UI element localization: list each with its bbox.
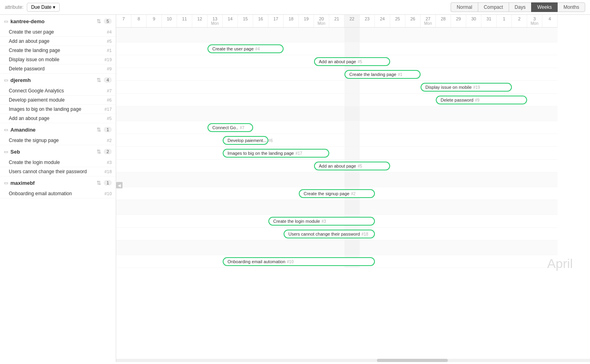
gantt-bar[interactable]: Create the login module#3 [268, 217, 375, 226]
gantt-bar[interactable]: Create the landing page#1 [344, 70, 421, 79]
gantt-bar[interactable]: Display issue on mobile#19 [421, 83, 512, 92]
group-count: 1 [104, 127, 112, 132]
task-name: Create the signup page [9, 138, 107, 143]
day-num: 4 [542, 16, 557, 21]
gantt-area[interactable]: 78910111213Mon14151617181920Mon212223242… [116, 15, 590, 362]
view-buttons: NormalCompactDaysWeeksMonths [451, 2, 585, 12]
gantt-col-header: 17 [268, 15, 284, 27]
col-bg [421, 94, 436, 106]
task-row[interactable]: Create the landing page #1 [0, 46, 116, 55]
col-bg [421, 240, 436, 255]
group-header-amandine[interactable]: ▭ Amandine ⇅ 1 [0, 123, 116, 136]
gantt-col-header: 18 [284, 15, 299, 27]
day-num: 21 [329, 16, 344, 21]
day-num: 24 [375, 16, 390, 21]
col-bg [527, 106, 542, 121]
gantt-bar[interactable]: Create the user page#4 [207, 44, 284, 53]
col-bg [421, 28, 436, 42]
gantt-bar[interactable]: Connect Go..#7 [207, 123, 253, 132]
col-bg [527, 81, 542, 93]
gantt-bar[interactable]: Delete password#9 [436, 96, 527, 104]
task-id: #6 [107, 98, 112, 102]
sort-icon[interactable]: ⇅ [97, 77, 101, 83]
due-date-button[interactable]: Due Date ▾ [27, 3, 60, 12]
task-name: Users cannot change their password [9, 169, 105, 174]
task-id: #5 [107, 116, 112, 121]
task-row[interactable]: Create the signup page #2 [0, 136, 116, 145]
gantt-col-header: 22 [344, 15, 360, 27]
col-bg [421, 228, 436, 240]
col-bg [314, 94, 329, 106]
col-bg [421, 134, 436, 146]
task-row[interactable]: Create the user page #4 [0, 28, 116, 37]
gantt-col-header: 15 [238, 15, 253, 27]
gantt-task-row [116, 42, 558, 55]
task-row[interactable]: Create the login module #3 [0, 158, 116, 167]
scroll-indicator[interactable] [116, 359, 590, 362]
sort-icon[interactable]: ⇅ [97, 180, 101, 186]
gantt-bar[interactable]: Onboarding email automation#10 [223, 257, 375, 266]
view-btn-normal[interactable]: Normal [451, 2, 478, 12]
group-header-seb[interactable]: ▭ Seb ⇅ 2 [0, 145, 116, 158]
gantt-bar[interactable]: Create the signup page#2 [299, 189, 375, 198]
task-row[interactable]: Display issue on mobile #19 [0, 55, 116, 64]
group-header-maximebf[interactable]: ▭ maximebf ⇅ 1 [0, 176, 116, 189]
view-btn-months[interactable]: Months [558, 2, 585, 12]
day-label: Mon [527, 21, 542, 26]
sort-icon[interactable]: ⇅ [97, 18, 101, 24]
bar-id: #2 [351, 192, 355, 196]
bar-id: #3 [322, 219, 326, 224]
col-bg [421, 55, 436, 68]
bar-label: Connect Go.. [212, 125, 238, 130]
task-row[interactable]: Onboarding email automation #10 [0, 189, 116, 198]
scroll-thumb[interactable] [377, 359, 448, 362]
col-bg [314, 106, 329, 121]
gantt-bar[interactable]: Develop paiement...#6 [223, 136, 268, 145]
col-bg [527, 240, 542, 255]
sort-icon[interactable]: ⇅ [97, 148, 101, 155]
bar-label: Create the user page [212, 46, 254, 51]
day-num: 9 [147, 16, 161, 21]
gantt-bar[interactable]: Add an about page#5 [314, 162, 390, 170]
day-num: 10 [162, 16, 177, 21]
gantt-col-header: 12 [192, 15, 207, 27]
gantt-col-header: 25 [390, 15, 405, 27]
day-num: 27 [421, 16, 435, 21]
col-bg [344, 121, 360, 134]
task-row[interactable]: Users cannot change their password #18 [0, 167, 116, 176]
gantt-bar[interactable]: Users cannot change their password#18 [284, 230, 375, 238]
col-bg [314, 28, 329, 42]
gantt-task-row [116, 68, 558, 81]
task-row[interactable]: Add an about page #5 [0, 114, 116, 123]
view-btn-compact[interactable]: Compact [478, 2, 509, 12]
group-count: 1 [104, 180, 112, 186]
gantt-col-header: 30 [466, 15, 481, 27]
gantt-bar[interactable]: Images to big on the landing page#17 [223, 149, 329, 158]
day-num: 19 [299, 16, 314, 21]
col-bg [344, 106, 360, 121]
nav-arrow-left[interactable]: ◀ [116, 182, 123, 188]
gantt-bar[interactable]: Add an about page#5 [314, 57, 390, 66]
task-row[interactable]: Connect Google Analytics #7 [0, 86, 116, 96]
day-num: 25 [390, 16, 405, 21]
day-num: 7 [116, 16, 131, 21]
group-header-kantree-demo[interactable]: ▭ kantree-demo ⇅ 5 [0, 15, 116, 28]
day-num: 31 [481, 16, 496, 21]
task-row[interactable]: Add an about page #5 [0, 37, 116, 46]
task-row[interactable]: Develop paiement module #6 [0, 96, 116, 105]
gantt-group-row [116, 240, 558, 255]
col-bg [344, 81, 360, 93]
gantt-task-row [116, 134, 558, 147]
col-bg [421, 68, 436, 80]
group-header-djeremh[interactable]: ▭ djeremh ⇅ 4 [0, 74, 116, 86]
task-row[interactable]: Images to big on the landing page #17 [0, 105, 116, 114]
col-bg [421, 255, 436, 268]
view-btn-days[interactable]: Days [509, 2, 531, 12]
col-bg [207, 187, 223, 200]
sort-icon[interactable]: ⇅ [97, 126, 101, 133]
bar-id: #19 [473, 85, 480, 90]
task-row[interactable]: Delete password #9 [0, 64, 116, 74]
view-btn-weeks[interactable]: Weeks [531, 2, 557, 12]
bar-label: Add an about page [319, 59, 356, 64]
gantt-col-header: 9 [147, 15, 162, 27]
